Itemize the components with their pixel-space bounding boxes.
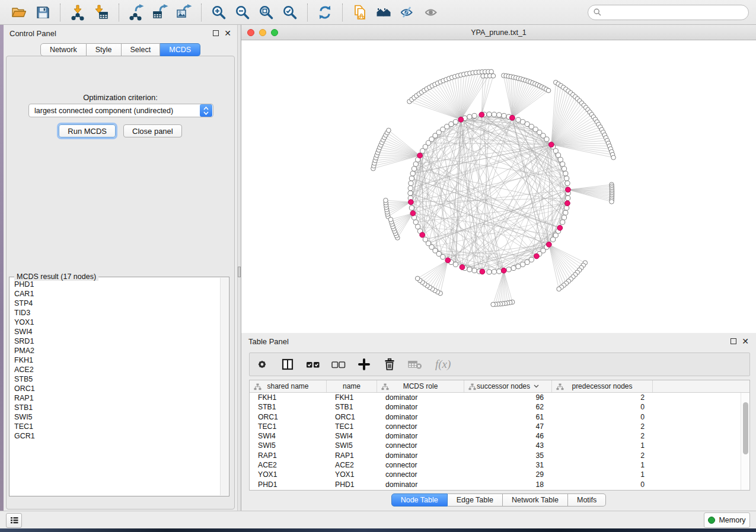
table-row[interactable]: RAP1RAP1dominator352 bbox=[250, 451, 741, 460]
search-input[interactable] bbox=[605, 8, 743, 17]
control-panel: Control Panel ✕ NetworkStyleSelectMCDS O… bbox=[4, 25, 237, 511]
run-mcds-button[interactable]: Run MCDS bbox=[59, 124, 116, 137]
window-zoom-icon[interactable] bbox=[271, 29, 278, 36]
tab-network[interactable]: Network bbox=[40, 43, 87, 56]
mcds-result-item[interactable]: TEC1 bbox=[14, 422, 220, 431]
tab-network-table[interactable]: Network Table bbox=[503, 493, 568, 507]
tab-style[interactable]: Style bbox=[87, 43, 122, 56]
zoom-selected-icon[interactable] bbox=[280, 2, 300, 23]
table-row[interactable]: SWI4SWI4dominator462 bbox=[250, 431, 741, 441]
mcds-result-item[interactable]: SRD1 bbox=[14, 336, 220, 346]
first-neighbors-icon[interactable] bbox=[374, 2, 394, 23]
tab-motifs[interactable]: Motifs bbox=[568, 493, 606, 507]
mcds-result-item[interactable]: GCR1 bbox=[14, 431, 220, 441]
cell-predecessor_nodes: 2 bbox=[552, 451, 653, 460]
search-box[interactable] bbox=[588, 5, 749, 20]
table-row[interactable]: ORC1ORC1dominator610 bbox=[250, 412, 741, 422]
task-history-button[interactable] bbox=[6, 513, 22, 528]
mcds-result-item[interactable]: CAR1 bbox=[14, 289, 220, 299]
tab-node-table[interactable]: Node Table bbox=[391, 493, 448, 507]
zoom-fit-icon[interactable] bbox=[256, 2, 276, 23]
table-row[interactable]: SWI5SWI5connector431 bbox=[250, 441, 741, 450]
tab-mcds[interactable]: MCDS bbox=[160, 43, 200, 56]
table-row[interactable]: YOX1YOX1connector291 bbox=[250, 470, 741, 479]
add-icon[interactable] bbox=[356, 357, 372, 372]
svg-text:f(x): f(x) bbox=[435, 358, 451, 371]
close-table-panel-icon[interactable]: ✕ bbox=[742, 338, 749, 344]
optimization-criterion-select[interactable]: largest connected component (undirected) bbox=[28, 104, 213, 117]
table-row[interactable]: TEC1TEC1connector472 bbox=[250, 422, 741, 431]
mcds-result-item[interactable]: SWI4 bbox=[14, 327, 220, 336]
table-row[interactable]: PHD1PHD1dominator180 bbox=[250, 480, 741, 489]
column-header-mcds-role[interactable]: MCDS role bbox=[377, 380, 464, 392]
mcds-result-group: MCDS result (17 nodes) PHD1CAR1STP4TID3Y… bbox=[9, 277, 229, 496]
cell-shared_name: PHD1 bbox=[250, 480, 327, 489]
hide-selected-icon[interactable] bbox=[397, 2, 417, 23]
show-column-icon[interactable] bbox=[280, 357, 295, 372]
import-network-icon[interactable] bbox=[68, 2, 88, 23]
import-table-icon[interactable] bbox=[91, 2, 111, 23]
mcds-result-item[interactable]: TID3 bbox=[14, 308, 220, 318]
export-table-icon[interactable] bbox=[150, 2, 170, 23]
mcds-result-item[interactable]: RAP1 bbox=[14, 393, 220, 403]
tab-select[interactable]: Select bbox=[122, 43, 161, 56]
cell-name: SWI5 bbox=[327, 441, 377, 450]
refresh-icon[interactable] bbox=[315, 2, 335, 23]
mcds-result-item[interactable]: ORC1 bbox=[14, 384, 220, 393]
mcds-result-item[interactable]: PHD1 bbox=[14, 280, 220, 289]
table-row[interactable]: STB1STB1dominator620 bbox=[250, 402, 741, 412]
open-file-icon[interactable] bbox=[9, 2, 29, 23]
export-image-icon[interactable] bbox=[174, 2, 194, 23]
table-scrollbar-thumb[interactable] bbox=[743, 402, 748, 454]
float-table-panel-icon[interactable] bbox=[731, 338, 736, 344]
float-panel-icon[interactable] bbox=[213, 30, 219, 36]
close-panel-icon[interactable]: ✕ bbox=[224, 30, 231, 36]
cell-predecessor_nodes: 0 bbox=[552, 412, 653, 422]
column-header-predecessor-nodes[interactable]: predecessor nodes bbox=[552, 380, 653, 392]
mcds-result-item[interactable]: STB1 bbox=[14, 403, 220, 412]
mcds-result-item[interactable]: FKH1 bbox=[14, 355, 220, 365]
tab-edge-table[interactable]: Edge Table bbox=[448, 493, 503, 507]
network-graph[interactable] bbox=[241, 40, 756, 333]
cell-predecessor_nodes: 2 bbox=[552, 422, 653, 431]
mcds-result-item[interactable]: STB5 bbox=[14, 374, 220, 384]
network-titlebar: YPA_prune.txt_1 bbox=[241, 25, 756, 40]
save-session-icon[interactable] bbox=[33, 2, 53, 23]
delete-table-icon bbox=[407, 357, 423, 372]
window-minimize-icon[interactable] bbox=[259, 29, 266, 36]
column-header-shared-name[interactable]: shared name bbox=[250, 380, 327, 392]
table-row[interactable]: ACE2ACE2connector311 bbox=[250, 460, 741, 470]
table-settings-icon[interactable] bbox=[254, 357, 270, 372]
select-all-icon[interactable] bbox=[305, 357, 321, 372]
show-all-icon[interactable] bbox=[421, 2, 441, 23]
panel-splitter[interactable] bbox=[237, 25, 241, 511]
cell-name: ORC1 bbox=[327, 412, 377, 422]
deselect-all-icon[interactable] bbox=[331, 357, 346, 372]
zoom-in-icon[interactable] bbox=[209, 2, 229, 23]
mcds-result-item[interactable]: YOX1 bbox=[14, 318, 220, 327]
memory-button[interactable]: Memory bbox=[704, 512, 750, 528]
mcds-result-item[interactable]: ACE2 bbox=[14, 365, 220, 374]
cell-successor_nodes: 47 bbox=[464, 422, 552, 431]
mcds-result-item[interactable]: STP4 bbox=[14, 299, 220, 308]
mcds-result-scrollbar[interactable] bbox=[220, 278, 228, 495]
desktop-wallpaper-bottom bbox=[0, 528, 756, 532]
dropdown-stepper-icon bbox=[200, 104, 212, 117]
cell-shared_name: ORC1 bbox=[250, 412, 327, 422]
zoom-out-icon[interactable] bbox=[232, 2, 253, 23]
splitter-grip[interactable] bbox=[238, 267, 241, 277]
column-header-successor-nodes[interactable]: successor nodes bbox=[464, 380, 552, 392]
window-close-icon[interactable] bbox=[247, 29, 254, 36]
export-network-icon[interactable] bbox=[126, 2, 146, 23]
mcds-result-item[interactable]: PMA2 bbox=[14, 346, 220, 355]
clone-network-icon[interactable] bbox=[350, 2, 370, 23]
network-canvas[interactable] bbox=[241, 40, 756, 333]
table-row[interactable]: FKH1FKH1dominator962 bbox=[250, 393, 741, 402]
toolbar-separator bbox=[342, 4, 343, 21]
close-panel-button[interactable]: Close panel bbox=[123, 124, 182, 137]
table-scrollbar[interactable] bbox=[741, 393, 749, 490]
cell-successor_nodes: 43 bbox=[464, 441, 552, 450]
column-header-name[interactable]: name bbox=[327, 380, 377, 392]
delete-icon[interactable] bbox=[382, 357, 397, 372]
mcds-result-item[interactable]: SWI5 bbox=[14, 412, 220, 422]
